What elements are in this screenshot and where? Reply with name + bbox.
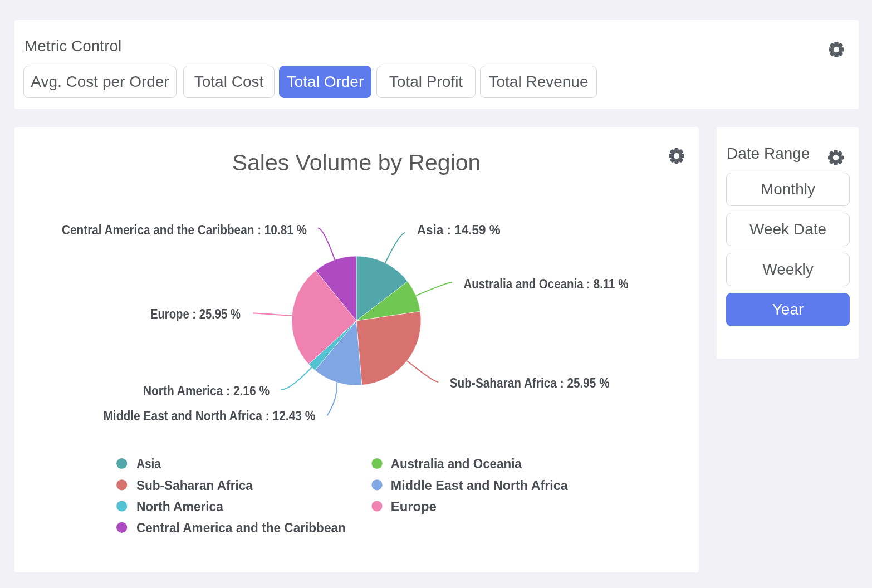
svg-text:Central America and the Caribb: Central America and the Caribbean [136, 520, 346, 535]
svg-text:Asia: Asia [136, 456, 161, 471]
svg-text:Sub-Saharan Africa : 25.95 %: Sub-Saharan Africa : 25.95 % [450, 375, 610, 390]
svg-text:Australia and Oceania : 8.11 %: Australia and Oceania : 8.11 % [463, 276, 628, 291]
svg-text:Australia and Oceania: Australia and Oceania [391, 456, 522, 471]
svg-text:Europe : 25.95 %: Europe : 25.95 % [150, 306, 241, 321]
svg-text:Middle East and North Africa :: Middle East and North Africa : 12.43 % [103, 408, 315, 423]
svg-text:North America: North America [136, 499, 224, 514]
svg-text:Central America and the Caribb: Central America and the Caribbean : 10.8… [62, 222, 307, 237]
svg-text:North America : 2.16 %: North America : 2.16 % [143, 383, 270, 398]
svg-text:Europe: Europe [391, 499, 437, 514]
svg-text:Sales Volume by Region: Sales Volume by Region [232, 150, 481, 175]
svg-text:Middle East and North Africa: Middle East and North Africa [391, 478, 569, 493]
svg-text:Asia : 14.59 %: Asia : 14.59 % [417, 222, 501, 237]
svg-text:Sub-Saharan Africa: Sub-Saharan Africa [136, 478, 253, 493]
